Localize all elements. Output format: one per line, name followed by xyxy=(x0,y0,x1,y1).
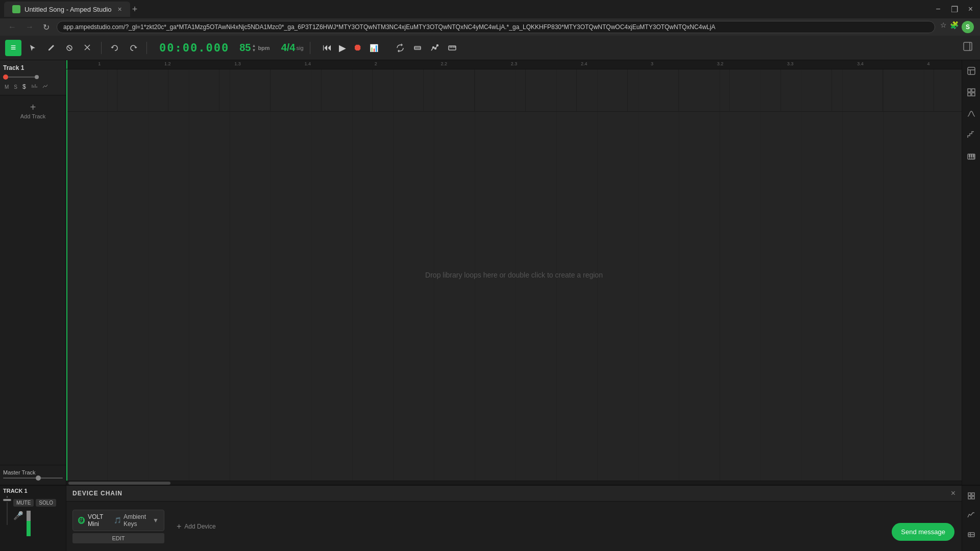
eraser-tool[interactable] xyxy=(62,42,77,54)
bpm-control[interactable]: 85 ▲ ▼ bpm xyxy=(239,42,270,54)
solo-button[interactable]: SOLO xyxy=(36,499,56,507)
ruler-mark-32: 3.2 xyxy=(717,61,724,66)
sidebar-steps-icon[interactable] xyxy=(965,129,978,144)
bottom-panel: TRACK 1 MUTE SOLO 🎤 xyxy=(0,485,980,551)
undo-button[interactable] xyxy=(108,42,122,54)
track-1-automation[interactable] xyxy=(41,83,50,90)
mute-solo-btns: MUTE SOLO xyxy=(13,499,56,507)
record-button[interactable]: ⏺ xyxy=(351,40,364,55)
playhead-line xyxy=(66,69,67,481)
track-1-volume-slider[interactable] xyxy=(8,75,39,79)
close-tab-button[interactable]: × xyxy=(118,5,122,13)
close-button[interactable]: × xyxy=(965,4,976,15)
forward-button[interactable]: → xyxy=(23,21,36,33)
ruler-mark-3: 3 xyxy=(651,61,653,66)
cut-tool[interactable] xyxy=(81,42,95,54)
device-edit-button[interactable]: EDIT xyxy=(72,533,164,543)
time-sig-control[interactable]: 4/4 sig xyxy=(278,42,304,54)
sidebar-curve-icon[interactable] xyxy=(965,107,978,122)
track-1-solo[interactable]: S xyxy=(12,84,19,90)
active-tab[interactable]: Untitled Song - Amped Studio × xyxy=(4,2,130,17)
playhead-ruler xyxy=(66,60,67,69)
track-1-name: Track 1 xyxy=(3,64,63,71)
bottom-sidebar-icon-2[interactable] xyxy=(965,509,977,523)
svg-rect-37 xyxy=(972,493,974,495)
new-tab-button[interactable]: + xyxy=(132,4,138,15)
bottom-track-name: TRACK 1 xyxy=(3,488,63,494)
svg-rect-34 xyxy=(971,154,972,157)
add-track-button[interactable]: + Add Track xyxy=(0,95,66,126)
monitor-button[interactable]: 📊 xyxy=(368,42,380,54)
bpm-label: bpm xyxy=(258,45,270,51)
mute-button[interactable]: MUTE xyxy=(13,499,34,507)
tracks-content[interactable]: Drop library loops here or double click … xyxy=(66,69,962,481)
track-1-eq[interactable] xyxy=(30,83,39,90)
track-1-volume-knob[interactable] xyxy=(3,74,8,80)
ruler-mark-2: 2 xyxy=(375,61,377,66)
bottom-track-controls: TRACK 1 MUTE SOLO 🎤 xyxy=(0,486,66,551)
time-sig-label: sig xyxy=(296,45,303,51)
preset-name: Ambient Keys xyxy=(124,513,151,528)
extensions-icon[interactable]: 🧩 xyxy=(950,21,959,33)
svg-rect-26 xyxy=(972,89,975,92)
select-tool[interactable] xyxy=(26,42,40,54)
tab-title: Untitled Song - Amped Studio xyxy=(24,6,112,13)
device-power-button[interactable]: ⏻ xyxy=(78,517,85,524)
right-panel-toggle[interactable] xyxy=(961,39,975,56)
midi-button[interactable] xyxy=(445,41,460,55)
bottom-sidebar-icon-3[interactable] xyxy=(965,529,977,543)
bpm-down-arrow[interactable]: ▼ xyxy=(252,48,256,53)
ruler-mark-14: 1.4 xyxy=(305,61,311,66)
separator-1 xyxy=(101,42,102,54)
automation-button[interactable] xyxy=(427,41,443,55)
pencil-tool[interactable] xyxy=(44,42,58,54)
svg-line-1 xyxy=(68,46,71,49)
bookmark-icon[interactable]: ☆ xyxy=(940,21,947,33)
horizontal-scrollbar[interactable] xyxy=(66,481,962,485)
sidebar-grid-icon[interactable] xyxy=(965,86,978,101)
track-1-volume xyxy=(3,74,63,80)
track-1-lane[interactable] xyxy=(66,69,962,112)
mic-icon[interactable]: 🎤 xyxy=(13,511,23,536)
bpm-up-arrow[interactable]: ▲ xyxy=(252,43,256,48)
back-button[interactable]: ← xyxy=(6,21,18,33)
window-controls: − ❐ × xyxy=(933,4,976,15)
restore-button[interactable]: ❐ xyxy=(948,4,961,15)
device-chain-close[interactable]: × xyxy=(951,489,955,498)
menu-button[interactable]: ≡ xyxy=(5,40,21,56)
time-display: 00:00.000 xyxy=(159,41,229,54)
sidebar-piano-icon[interactable] xyxy=(965,150,978,165)
track-1-mute[interactable]: M xyxy=(3,84,10,90)
master-volume-slider[interactable] xyxy=(3,478,63,479)
send-message-button[interactable]: Send message xyxy=(892,523,954,541)
quantize-button[interactable] xyxy=(410,41,425,55)
loop-button[interactable] xyxy=(393,41,408,55)
ruler-mark-34: 3.4 xyxy=(857,61,864,66)
sidebar-browse-icon[interactable] xyxy=(965,64,978,80)
minimize-button[interactable]: − xyxy=(933,4,943,15)
track-io-section: 🎤 xyxy=(13,511,56,536)
svg-rect-12 xyxy=(964,42,972,51)
redo-button[interactable] xyxy=(126,42,140,54)
time-sig-value: 4/4 xyxy=(281,42,296,54)
svg-point-6 xyxy=(436,44,438,46)
master-track-name: Master Track xyxy=(3,469,63,475)
fader-handle[interactable] xyxy=(3,499,11,501)
device-name: VOLT Mini xyxy=(88,513,111,528)
track-1-arm[interactable]: $ xyxy=(21,83,28,91)
device-chain-panel: DEVICE CHAIN × ⏻ VOLT Mini 🎵 Ambient Key… xyxy=(66,486,962,551)
svg-rect-39 xyxy=(972,496,974,499)
ruler[interactable]: 1 1.2 1.3 1.4 2 2.2 2.3 2.4 3 3.2 3.3 3.… xyxy=(66,60,962,69)
profile-icon[interactable]: S xyxy=(962,21,974,33)
svg-rect-38 xyxy=(968,496,971,499)
refresh-button[interactable]: ↻ xyxy=(41,21,52,33)
device-preset[interactable]: 🎵 Ambient Keys ▼ xyxy=(114,513,159,528)
fader-track[interactable] xyxy=(7,502,8,525)
bottom-sidebar-icon-1[interactable] xyxy=(965,490,977,504)
play-button[interactable]: ▶ xyxy=(337,40,348,56)
skip-back-button[interactable]: ⏮ xyxy=(321,40,334,55)
add-device-button[interactable]: + Add Device xyxy=(173,520,220,533)
bpm-arrows[interactable]: ▲ ▼ xyxy=(252,43,256,53)
url-bar[interactable]: app.ampedstudio.com/?_gl=1*zkt20c*_ga*MT… xyxy=(57,21,935,33)
device-chain-body: ⏻ VOLT Mini 🎵 Ambient Keys ▼ EDIT + Add … xyxy=(66,502,962,551)
